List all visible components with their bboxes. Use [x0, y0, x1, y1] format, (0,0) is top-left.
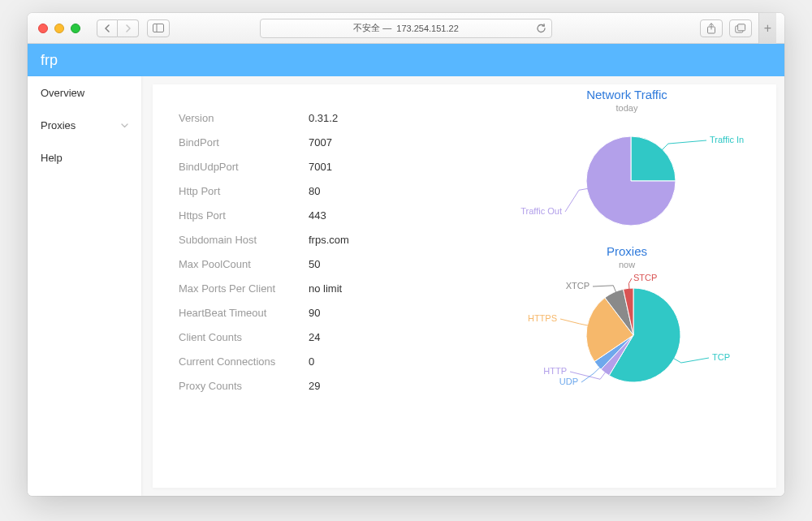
- info-label: Version: [179, 112, 309, 124]
- svg-text:STCP: STCP: [633, 273, 657, 282]
- info-label: BindUdpPort: [179, 161, 309, 173]
- maximize-window-button[interactable]: [71, 24, 80, 33]
- info-label: Subdomain Host: [179, 234, 309, 246]
- info-row-version: Version0.31.2: [179, 105, 461, 130]
- info-label: Max Ports Per Client: [179, 282, 309, 295]
- svg-rect-0: [153, 24, 164, 32]
- chevron-down-icon: [121, 121, 128, 130]
- sidebar-item-help[interactable]: Help: [28, 141, 141, 174]
- pie-traffic: Traffic InTraffic Out: [494, 116, 760, 238]
- info-row-maxports: Max Ports Per Clientno limit: [179, 276, 461, 300]
- info-row-bindudpport: BindUdpPort7001: [179, 154, 461, 179]
- svg-text:TCP: TCP: [712, 352, 730, 362]
- info-label: Https Port: [179, 209, 309, 222]
- pie-proxies-svg: TCPHTTPUDPHTTPSXTCPSTCP: [505, 269, 749, 398]
- browser-window: 不安全 — 173.254.151.22 + frp Overview P: [28, 13, 784, 496]
- info-row-heartbeat: HeartBeat Timeout90: [179, 300, 461, 325]
- sidebar-toggle-button[interactable]: [147, 19, 170, 37]
- chart-title: Network Traffic: [494, 88, 760, 101]
- chart-proxies: Proxies now TCPHTTPUDPHTTPSXTCPSTCP: [494, 244, 760, 394]
- info-value: 443: [309, 209, 326, 222]
- info-row-conns: Current Connections0: [179, 349, 461, 373]
- titlebar-right: +: [700, 13, 776, 44]
- sidebar-item-proxies[interactable]: Proxies: [28, 109, 141, 141]
- chart-traffic: Network Traffic today Traffic InTraffic …: [494, 88, 760, 238]
- new-tab-button[interactable]: +: [758, 13, 776, 44]
- info-value: 0.31.2: [309, 112, 338, 124]
- info-row-maxpool: Max PoolCount50: [179, 252, 461, 276]
- info-value: 90: [309, 307, 320, 319]
- info-value: frps.com: [309, 234, 349, 246]
- info-row-proxycounts: Proxy Counts29: [179, 373, 461, 398]
- tabs-button[interactable]: [729, 19, 752, 37]
- svg-text:UDP: UDP: [559, 377, 578, 386]
- info-value: 0: [309, 355, 314, 368]
- info-value: no limit: [309, 282, 342, 295]
- main-panel: Version0.31.2 BindPort7007 BindUdpPort70…: [153, 84, 776, 488]
- info-row-subdomain: Subdomain Hostfrps.com: [179, 227, 461, 252]
- info-value: 7001: [309, 161, 332, 173]
- minimize-window-button[interactable]: [54, 24, 64, 33]
- share-button[interactable]: [700, 19, 723, 37]
- info-value: 50: [309, 258, 320, 270]
- svg-text:HTTP: HTTP: [543, 366, 567, 376]
- content-area: Overview Proxies Help Version0.31.2 Bind…: [28, 76, 784, 496]
- app-header: frp: [28, 44, 784, 76]
- info-row-clientcounts: Client Counts24: [179, 325, 461, 349]
- pie-traffic-svg: Traffic InTraffic Out: [505, 116, 749, 238]
- app-title: frp: [41, 52, 58, 69]
- address-security-label: 不安全 —: [353, 22, 391, 34]
- traffic-lights: [38, 24, 80, 33]
- svg-text:HTTPS: HTTPS: [528, 313, 557, 323]
- info-label: Max PoolCount: [179, 258, 309, 270]
- info-row-httpsport: Https Port443: [179, 203, 461, 227]
- pie-proxies: TCPHTTPUDPHTTPSXTCPSTCP: [494, 273, 760, 394]
- svg-text:XTCP: XTCP: [566, 281, 590, 291]
- info-label: Http Port: [179, 185, 309, 197]
- sidebar-item-label: Proxies: [41, 119, 76, 131]
- back-button[interactable]: [97, 19, 118, 37]
- info-label: HeartBeat Timeout: [179, 307, 309, 319]
- chart-title: Proxies: [494, 244, 760, 258]
- info-label: Client Counts: [179, 331, 309, 343]
- chart-subtitle: today: [494, 103, 760, 113]
- info-value: 29: [309, 380, 320, 392]
- info-value: 7007: [309, 136, 332, 149]
- chart-panel: Network Traffic today Traffic InTraffic …: [477, 84, 776, 488]
- info-label: BindPort: [179, 136, 309, 149]
- info-label: Proxy Counts: [179, 380, 309, 392]
- info-value: 80: [309, 185, 320, 197]
- info-panel: Version0.31.2 BindPort7007 BindUdpPort70…: [153, 84, 477, 488]
- titlebar: 不安全 — 173.254.151.22 +: [28, 13, 784, 44]
- svg-rect-4: [738, 24, 745, 30]
- sidebar: Overview Proxies Help: [28, 76, 141, 496]
- forward-button[interactable]: [118, 19, 139, 37]
- info-row-bindport: BindPort7007: [179, 130, 461, 154]
- info-row-httpport: Http Port80: [179, 179, 461, 203]
- address-url: 173.254.151.22: [396, 24, 458, 33]
- svg-text:Traffic Out: Traffic Out: [520, 206, 562, 216]
- sidebar-item-label: Overview: [41, 87, 84, 99]
- close-window-button[interactable]: [38, 24, 48, 33]
- nav-buttons: [97, 19, 139, 37]
- sidebar-item-overview[interactable]: Overview: [28, 76, 141, 109]
- sidebar-item-label: Help: [41, 152, 63, 164]
- address-bar[interactable]: 不安全 — 173.254.151.22: [260, 19, 552, 38]
- info-label: Current Connections: [179, 355, 309, 368]
- svg-text:Traffic In: Traffic In: [710, 135, 744, 144]
- reload-icon[interactable]: [536, 23, 546, 36]
- info-value: 24: [309, 331, 320, 343]
